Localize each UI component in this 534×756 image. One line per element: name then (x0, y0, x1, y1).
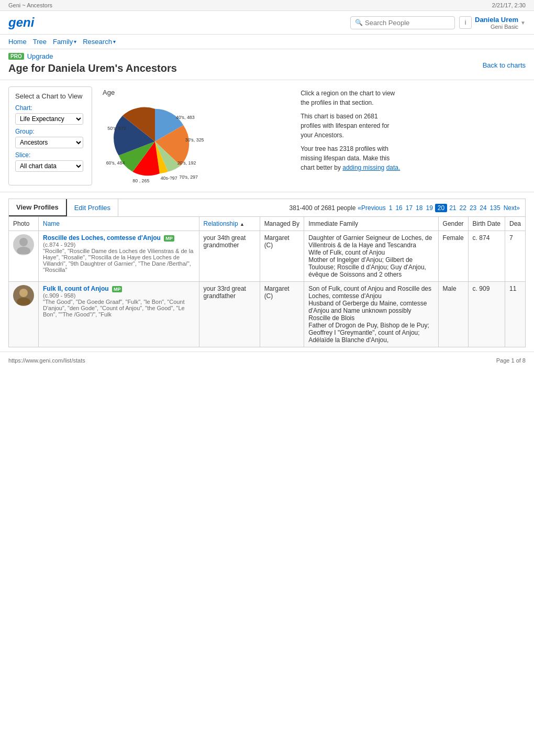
chart-label: Chart: (15, 104, 85, 112)
research-dropdown-arrow: ▾ (113, 39, 116, 45)
col-immediate-family: Immediate Family (304, 217, 438, 231)
upgrade-link[interactable]: Upgrade (27, 52, 53, 60)
col-relationship[interactable]: Relationship ▲ (199, 217, 260, 231)
user-dropdown-arrow[interactable]: ▼ (520, 20, 526, 26)
page-23-link[interactable]: 23 (470, 204, 476, 212)
name-dates-1: (c.874 - 929) (43, 242, 195, 248)
user-name: Daniela Urem (475, 16, 518, 24)
adding-missing-link[interactable]: adding missing (342, 164, 384, 171)
search-input[interactable] (365, 19, 438, 27)
label-80: 80 , 265 (132, 178, 149, 183)
pie-chart-area: Age 40's, 483 (98, 86, 294, 185)
col-death-date: Dea (505, 217, 525, 231)
nav-bar: Home Tree Family ▾ Research ▾ (0, 35, 534, 49)
info-box: Click a region on the chart to view the … (301, 86, 526, 185)
edit-profiles-button[interactable]: Edit Profiles (67, 199, 118, 216)
pagination-text: 381-400 of 2681 people (290, 204, 356, 212)
pagination-area: 381-400 of 2681 people «Previous 1 16 17… (118, 199, 525, 216)
info-line1: Click a region on the chart to view (301, 89, 526, 98)
chart-section: Select a Chart to View Chart: Life Expec… (0, 80, 534, 192)
page-24-link[interactable]: 24 (480, 204, 486, 212)
info-line3: This chart is based on 2681 (301, 112, 526, 121)
page-19-link[interactable]: 19 (426, 204, 432, 212)
info-line5: your Ancestors. (301, 130, 526, 140)
user-area: i Daniela Urem Geni Basic ▼ (459, 16, 526, 30)
relationship-cell-2: your 33rd great grandfather (199, 282, 260, 347)
label-40s: 40's, 483 (176, 115, 195, 120)
name-cell-2: Fulk II, count of Anjou MP (c.909 - 958)… (39, 282, 199, 347)
view-profiles-button[interactable]: View Profiles (9, 199, 67, 216)
table-header-row: View Profiles Edit Profiles 381-400 of 2… (8, 199, 526, 216)
search-icon: 🔍 (355, 19, 363, 26)
name-alts-1: "Rocille", "Roscille Dame des Loches de … (43, 248, 195, 273)
group-label: Group: (15, 128, 85, 135)
photo-cell-2 (9, 282, 39, 347)
page-16-link[interactable]: 16 (395, 204, 402, 212)
app-header: geni 🔍 i Daniela Urem Geni Basic ▼ (0, 11, 534, 35)
person-avatar-2 (13, 285, 34, 306)
col-birth-date: Birth Date (468, 217, 505, 231)
info-line7: missing lifespan data. Make this (301, 154, 526, 163)
slice-select[interactable]: All chart data (15, 160, 83, 172)
birth-date-cell-2: c. 909 (468, 282, 505, 347)
chart-controls-title: Select a Chart to View (15, 92, 85, 100)
label-60s: 60's, 484 (106, 160, 125, 166)
pie-container[interactable]: 40's, 483 30's, 325 20's, 192 40s-?97 80… (103, 100, 207, 183)
page-21-link[interactable]: 21 (449, 204, 456, 212)
label-30s: 30's, 325 (185, 137, 204, 143)
col-managed-by: Managed By (260, 217, 304, 231)
person-name-link-2[interactable]: Fulk II, count of Anjou (43, 285, 109, 292)
page-footer: https://www.geni.com/list/stats Page 1 o… (0, 352, 534, 369)
gender-cell-2: Male (438, 282, 468, 347)
browser-chrome: Geni ~ Ancestors 2/21/17, 2:30 (0, 0, 534, 11)
immediate-family-cell-1: Daughter of Garnier Seigneur de Loches, … (304, 231, 438, 282)
page-135-link[interactable]: 135 (490, 204, 500, 212)
nav-research[interactable]: Research ▾ (83, 38, 116, 46)
name-alts-2: "The Good", "De Goede Graaf", "Fulk", "l… (43, 299, 195, 317)
pie-title: Age (103, 89, 290, 96)
user-menu[interactable]: Daniela Urem Geni Basic ▼ (475, 16, 526, 30)
svg-point-2 (19, 289, 28, 297)
search-box[interactable]: 🔍 (350, 16, 455, 29)
gender-cell-1: Female (438, 231, 468, 282)
footer-page-info: Page 1 of 8 (496, 357, 526, 364)
back-to-charts-link[interactable]: Back to charts (483, 61, 526, 69)
table-section: View Profiles Edit Profiles 381-400 of 2… (0, 199, 534, 347)
chart-controls: Select a Chart to View Chart: Life Expec… (8, 86, 92, 185)
info-line8: chart better by adding missing data. (301, 163, 526, 172)
person-name-link-1[interactable]: Roscille des Loches, comtesse d'Anjou (43, 234, 161, 242)
svg-point-1 (17, 247, 30, 254)
nav-home[interactable]: Home (8, 38, 27, 46)
name-dates-2: (c.909 - 958) (43, 292, 195, 299)
data-link[interactable]: data. (386, 164, 400, 171)
nav-tree[interactable]: Tree (33, 38, 47, 46)
page-22-link[interactable]: 22 (460, 204, 466, 212)
people-table: Photo Name Relationship ▲ Managed By Imm… (8, 216, 526, 347)
page-1-link[interactable]: 1 (389, 204, 393, 212)
info-line6: Your tree has 2318 profiles with (301, 144, 526, 154)
geni-logo[interactable]: geni (8, 15, 34, 30)
footer-url: https://www.geni.com/list/stats (8, 357, 85, 364)
prev-page-link[interactable]: «Previous (358, 204, 385, 212)
pro-badge: PRO (8, 53, 24, 60)
svg-point-3 (17, 298, 30, 305)
notifications-icon[interactable]: i (459, 16, 472, 29)
page-17-link[interactable]: 17 (406, 204, 413, 212)
birth-date-cell-1: c. 874 (468, 231, 505, 282)
immediate-family-cell-2: Son of Fulk, count of Anjou and Roscille… (304, 282, 438, 347)
browser-tab-title: Geni ~ Ancestors (8, 2, 52, 8)
page-title: Age for Daniela Urem's Ancestors (8, 62, 177, 74)
page-18-link[interactable]: 18 (416, 204, 422, 212)
nav-family[interactable]: Family ▾ (53, 38, 76, 46)
managed-by-cell-1: Margaret (C) (260, 231, 304, 282)
col-name[interactable]: Name (39, 217, 199, 231)
next-page-link[interactable]: Next» (504, 204, 520, 212)
table-row: Fulk II, count of Anjou MP (c.909 - 958)… (9, 282, 526, 347)
chart-select[interactable]: Life Expectancy (15, 113, 83, 125)
label-20s: 20's, 192 (177, 160, 196, 166)
name-cell-1: Roscille des Loches, comtesse d'Anjou MP… (39, 231, 199, 282)
relationship-cell-1: your 34th great grandmother (199, 231, 260, 282)
page-header: PRO Upgrade Age for Daniela Urem's Ances… (0, 49, 534, 80)
mp-badge-1: MP (164, 235, 174, 242)
group-select[interactable]: Ancestors (15, 137, 83, 148)
